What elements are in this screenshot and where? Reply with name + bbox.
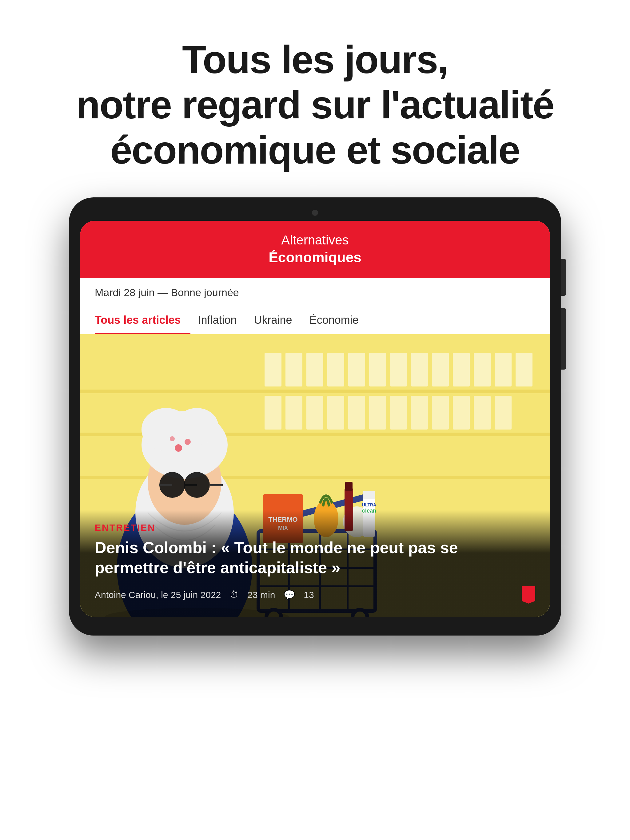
- svg-rect-15: [474, 353, 491, 387]
- read-time: 23 min: [247, 590, 275, 600]
- svg-rect-62: [345, 482, 353, 491]
- app-title: Alternatives Économiques: [95, 232, 535, 267]
- article-author: Antoine Cariou, le 25 juin 2022: [95, 590, 221, 600]
- svg-rect-26: [432, 396, 449, 429]
- svg-rect-5: [264, 353, 282, 387]
- svg-point-42: [185, 439, 191, 445]
- article-hero-image[interactable]: THERMO MIX ULTRA: [80, 334, 550, 617]
- svg-rect-10: [369, 353, 386, 387]
- svg-rect-27: [453, 396, 470, 429]
- svg-rect-40: [210, 484, 223, 486]
- svg-rect-64: [363, 491, 375, 499]
- tablet-wrapper: Alternatives Économiques Mardi 28 juin —…: [0, 197, 630, 636]
- svg-rect-12: [411, 353, 428, 387]
- svg-rect-28: [474, 396, 491, 429]
- svg-rect-24: [390, 396, 407, 429]
- date-text: Mardi 28 juin — Bonne journée: [95, 287, 535, 306]
- svg-rect-29: [495, 396, 511, 429]
- hero-line3: économique et sociale: [111, 128, 520, 172]
- svg-rect-13: [432, 353, 449, 387]
- article-category: ENTRETIEN: [95, 523, 535, 533]
- svg-rect-14: [453, 353, 470, 387]
- svg-rect-19: [285, 396, 302, 429]
- svg-text:ULTRA: ULTRA: [362, 502, 376, 507]
- hero-line2: notre regard sur l'actualité: [76, 83, 554, 127]
- tablet-volume-button: [561, 308, 566, 369]
- svg-point-43: [170, 436, 175, 441]
- svg-rect-20: [306, 396, 323, 429]
- tab-navigation: Tous les articles Inflation Ukraine Écon…: [80, 306, 550, 334]
- svg-rect-2: [80, 390, 550, 393]
- svg-rect-21: [327, 396, 344, 429]
- tab-ukraine[interactable]: Ukraine: [254, 306, 302, 334]
- clock-icon: ⏱: [230, 590, 239, 600]
- hero-title: Tous les jours, notre regard sur l'actua…: [31, 37, 599, 173]
- svg-point-35: [175, 408, 218, 445]
- app-header: Alternatives Économiques: [80, 221, 550, 278]
- tablet-power-button: [561, 259, 566, 296]
- article-title: Denis Colombi : « Tout le monde ne peut …: [95, 538, 535, 578]
- svg-rect-9: [348, 353, 365, 387]
- comment-count: 13: [304, 590, 314, 600]
- hero-section: Tous les jours, notre regard sur l'actua…: [0, 0, 630, 197]
- svg-rect-8: [327, 353, 344, 387]
- tablet-screen: Alternatives Économiques Mardi 28 juin —…: [80, 221, 550, 617]
- hero-line1: Tous les jours,: [182, 38, 448, 82]
- svg-rect-38: [185, 484, 197, 486]
- svg-rect-18: [264, 396, 282, 429]
- tab-economie[interactable]: Économie: [309, 306, 369, 334]
- svg-rect-23: [369, 396, 386, 429]
- svg-rect-6: [285, 353, 302, 387]
- tab-tous-les-articles[interactable]: Tous les articles: [95, 306, 190, 334]
- svg-rect-25: [411, 396, 428, 429]
- bookmark-icon[interactable]: [522, 586, 535, 603]
- svg-rect-7: [306, 353, 323, 387]
- tab-inflation[interactable]: Inflation: [198, 306, 246, 334]
- article-meta: Antoine Cariou, le 25 juin 2022 ⏱ 23 min…: [95, 586, 535, 603]
- svg-point-41: [175, 444, 182, 452]
- svg-rect-11: [390, 353, 407, 387]
- svg-rect-17: [516, 353, 532, 387]
- svg-rect-39: [159, 484, 172, 486]
- svg-rect-16: [495, 353, 511, 387]
- comment-icon: 💬: [283, 589, 295, 600]
- svg-rect-22: [348, 396, 365, 429]
- date-bar: Mardi 28 juin — Bonne journée: [80, 278, 550, 306]
- article-overlay: ENTRETIEN Denis Colombi : « Tout le mond…: [80, 510, 550, 617]
- tablet-device: Alternatives Économiques Mardi 28 juin —…: [69, 197, 561, 636]
